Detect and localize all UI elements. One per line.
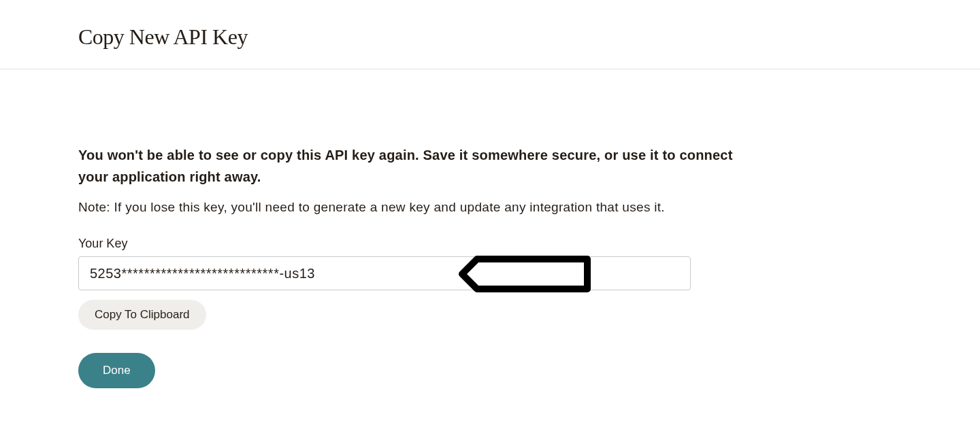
warning-message: You won't be able to see or copy this AP… xyxy=(78,144,738,188)
main-content: You won't be able to see or copy this AP… xyxy=(0,69,817,388)
api-key-field-wrapper xyxy=(78,256,738,290)
page-header: Copy New API Key xyxy=(0,0,980,69)
api-key-label: Your Key xyxy=(78,237,738,251)
done-button[interactable]: Done xyxy=(78,353,155,388)
copy-to-clipboard-button[interactable]: Copy To Clipboard xyxy=(78,300,206,330)
note-message: Note: If you lose this key, you'll need … xyxy=(78,200,738,215)
page-title: Copy New API Key xyxy=(78,24,980,50)
api-key-input[interactable] xyxy=(78,256,691,290)
